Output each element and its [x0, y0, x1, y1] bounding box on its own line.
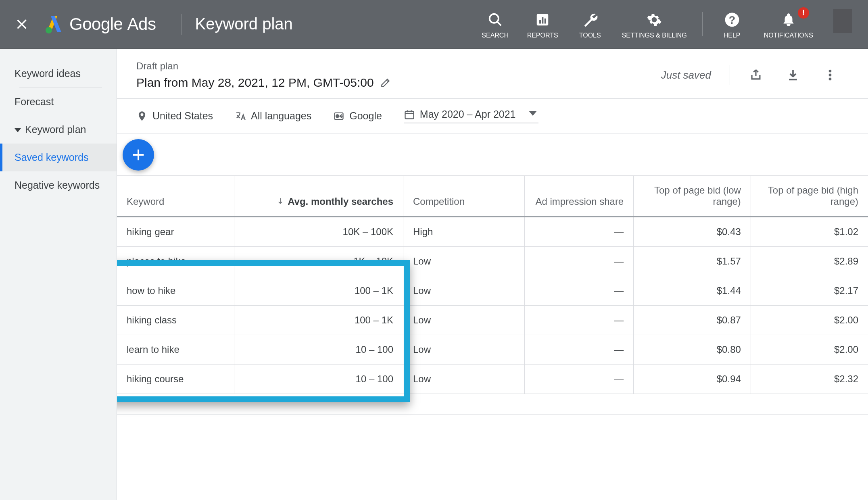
plan-header: Draft plan Plan from May 28, 2021, 12 PM… — [117, 49, 868, 99]
cell-impression: — — [524, 217, 634, 247]
col-competition[interactable]: Competition — [403, 176, 525, 217]
cell-keyword: how to hike — [117, 276, 234, 306]
sidebar-item-forecast[interactable]: Forecast — [0, 88, 117, 116]
cell-bid-low: $0.80 — [634, 335, 751, 365]
col-keyword[interactable]: Keyword — [117, 176, 234, 217]
keywords-table: Keyword Avg. monthly searches Competitio… — [117, 175, 868, 394]
cell-keyword: hiking course — [117, 365, 234, 394]
col-avg-monthly-searches[interactable]: Avg. monthly searches — [234, 176, 403, 217]
svg-rect-4 — [542, 17, 544, 24]
help-button[interactable]: ? HELP — [718, 9, 746, 39]
cell-bid-high: $2.17 — [751, 276, 868, 306]
help-icon: ? — [724, 12, 740, 27]
table-row[interactable]: how to hike100 – 1KLow—$1.44$2.17 — [117, 276, 868, 306]
cell-impression: — — [524, 365, 634, 394]
sidebar-item-keyword-ideas[interactable]: Keyword ideas — [0, 60, 117, 88]
svg-point-1 — [489, 14, 498, 23]
table-row[interactable]: hiking gear10K – 100KHigh—$0.43$1.02 — [117, 217, 868, 247]
cell-bid-high: $2.89 — [751, 247, 868, 276]
pencil-icon — [380, 77, 391, 88]
more-button[interactable] — [819, 64, 841, 86]
svg-point-8 — [829, 70, 832, 73]
table-footer-bar — [117, 414, 868, 435]
close-icon — [15, 17, 29, 31]
draft-label: Draft plan — [136, 60, 391, 72]
add-keyword-fab[interactable] — [123, 139, 154, 171]
table-area: Keyword Avg. monthly searches Competitio… — [117, 133, 868, 500]
tools-button[interactable]: TOOLS — [576, 9, 604, 39]
close-button[interactable] — [15, 17, 29, 31]
plan-name[interactable]: Plan from May 28, 2021, 12 PM, GMT-05:00 — [136, 76, 391, 90]
filter-bar: United States All languages Google May 2… — [117, 99, 868, 133]
location-filter[interactable]: United States — [136, 110, 213, 122]
table-row[interactable]: learn to hike10 – 100Low—$0.80$2.00 — [117, 335, 868, 365]
table-row[interactable]: hiking course10 – 100Low—$0.94$2.32 — [117, 365, 868, 394]
cell-keyword: learn to hike — [117, 335, 234, 365]
cell-bid-high: $2.00 — [751, 306, 868, 335]
sidebar-item-negative-keywords[interactable]: Negative keywords — [0, 171, 117, 199]
reports-icon — [535, 12, 550, 27]
cell-keyword: hiking class — [117, 306, 234, 335]
col-ad-impression-share[interactable]: Ad impression share — [524, 176, 634, 217]
svg-rect-3 — [539, 20, 541, 24]
share-button[interactable] — [745, 64, 767, 86]
cell-bid-high: $1.02 — [751, 217, 868, 247]
language-filter[interactable]: All languages — [235, 110, 311, 122]
cell-searches: 1K – 10K — [234, 247, 403, 276]
cell-competition: Low — [403, 365, 525, 394]
notifications-button[interactable]: ! NOTIFICATIONS — [764, 9, 813, 39]
cell-competition: Low — [403, 306, 525, 335]
sidebar-item-saved-keywords[interactable]: Saved keywords — [0, 144, 117, 171]
app-header: Google Ads Keyword plan SEARCH REPORTS T… — [0, 0, 868, 49]
share-icon — [749, 68, 763, 82]
table-row[interactable]: places to hike1K – 10KLow—$1.57$2.89 — [117, 247, 868, 276]
cell-searches: 10 – 100 — [234, 365, 403, 394]
table-row[interactable]: hiking class100 – 1KLow—$0.87$2.00 — [117, 306, 868, 335]
col-bid-low[interactable]: Top of page bid (low range) — [634, 176, 751, 217]
cell-bid-high: $2.00 — [751, 335, 868, 365]
account-switcher[interactable] — [833, 9, 852, 33]
settings-button[interactable]: SETTINGS & BILLING — [622, 9, 687, 39]
svg-text:?: ? — [728, 14, 735, 26]
language-icon — [235, 110, 246, 122]
plus-icon — [130, 147, 146, 163]
cell-competition: High — [403, 217, 525, 247]
google-ads-logo: Google Ads — [44, 15, 156, 34]
edit-plan-name-button[interactable] — [380, 77, 391, 88]
cell-impression: — — [524, 247, 634, 276]
cell-keyword: places to hike — [117, 247, 234, 276]
cell-bid-low: $1.44 — [634, 276, 751, 306]
cell-keyword: hiking gear — [117, 217, 234, 247]
reports-button[interactable]: REPORTS — [527, 9, 558, 39]
cell-impression: — — [524, 335, 634, 365]
main-content: Draft plan Plan from May 28, 2021, 12 PM… — [117, 49, 868, 500]
svg-point-12 — [336, 115, 339, 117]
divider — [182, 14, 182, 35]
chevron-down-icon — [529, 111, 537, 116]
svg-point-9 — [829, 74, 832, 77]
brand-text: Google Ads — [69, 15, 156, 34]
cell-searches: 100 – 1K — [234, 276, 403, 306]
svg-point-0 — [46, 27, 52, 33]
calendar-icon — [404, 109, 415, 120]
notification-badge: ! — [798, 7, 809, 19]
cell-bid-low: $1.57 — [634, 247, 751, 276]
cell-impression: — — [524, 306, 634, 335]
search-icon — [488, 12, 503, 27]
cell-competition: Low — [403, 247, 525, 276]
date-range-filter[interactable]: May 2020 – Apr 2021 — [404, 108, 538, 123]
search-button[interactable]: SEARCH — [481, 9, 509, 39]
download-button[interactable] — [782, 64, 804, 86]
tools-icon — [582, 12, 598, 27]
col-bid-high[interactable]: Top of page bid (high range) — [751, 176, 868, 217]
cell-searches: 100 – 1K — [234, 306, 403, 335]
saved-status: Just saved — [661, 69, 711, 81]
cell-bid-low: $0.87 — [634, 306, 751, 335]
svg-rect-13 — [405, 111, 413, 119]
cell-searches: 10K – 100K — [234, 217, 403, 247]
cell-competition: Low — [403, 276, 525, 306]
network-filter[interactable]: Google — [333, 110, 382, 122]
bell-icon — [781, 12, 796, 27]
download-icon — [786, 68, 800, 82]
sidebar-item-keyword-plan[interactable]: Keyword plan — [0, 116, 117, 144]
